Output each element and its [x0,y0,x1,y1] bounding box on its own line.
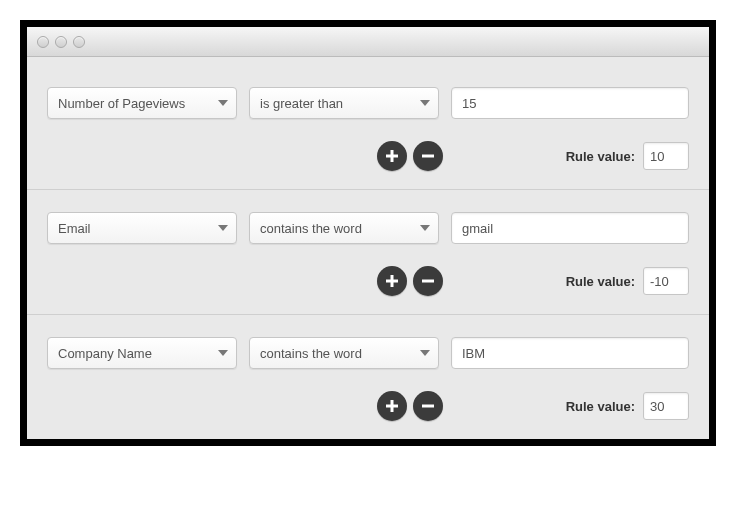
field-select[interactable]: Company Name [47,337,237,369]
chevron-down-icon [420,350,430,356]
zoom-window-button[interactable] [73,36,85,48]
add-remove-buttons [377,141,443,171]
rule-actions-row: Rule value: [47,141,689,171]
chevron-down-icon [218,350,228,356]
add-remove-buttons [377,391,443,421]
operator-select[interactable]: contains the word [249,212,439,244]
value-input[interactable] [451,212,689,244]
svg-rect-5 [422,280,434,283]
minus-icon [421,399,435,413]
operator-select-label: contains the word [260,346,362,361]
rule-value-group: Rule value: [566,142,689,170]
rule-condition-row: Number of Pageviews is greater than [47,87,689,119]
rule-value-group: Rule value: [566,392,689,420]
svg-rect-1 [386,155,398,158]
minus-icon [421,149,435,163]
rule-value-group: Rule value: [566,267,689,295]
close-window-button[interactable] [37,36,49,48]
add-rule-button[interactable] [377,141,407,171]
rule-block: Number of Pageviews is greater than [27,65,709,190]
rule-value-label: Rule value: [566,149,635,164]
remove-rule-button[interactable] [413,141,443,171]
rule-condition-row: Company Name contains the word [47,337,689,369]
operator-select-label: is greater than [260,96,343,111]
operator-select[interactable]: contains the word [249,337,439,369]
add-rule-button[interactable] [377,266,407,296]
svg-rect-7 [386,405,398,408]
add-remove-buttons [377,266,443,296]
rule-value-input[interactable] [643,392,689,420]
svg-rect-8 [422,405,434,408]
plus-icon [385,149,399,163]
operator-select[interactable]: is greater than [249,87,439,119]
value-input[interactable] [451,87,689,119]
minus-icon [421,274,435,288]
rule-value-label: Rule value: [566,274,635,289]
window-frame: Number of Pageviews is greater than [20,20,716,446]
plus-icon [385,274,399,288]
svg-rect-4 [386,280,398,283]
rule-block: Company Name contains the word [27,315,709,439]
field-select-label: Number of Pageviews [58,96,185,111]
value-input[interactable] [451,337,689,369]
rule-value-input[interactable] [643,142,689,170]
minimize-window-button[interactable] [55,36,67,48]
remove-rule-button[interactable] [413,391,443,421]
rule-value-label: Rule value: [566,399,635,414]
chevron-down-icon [420,100,430,106]
rule-block: Email contains the word [27,190,709,315]
rule-condition-row: Email contains the word [47,212,689,244]
field-select[interactable]: Number of Pageviews [47,87,237,119]
chevron-down-icon [420,225,430,231]
svg-rect-2 [422,155,434,158]
operator-select-label: contains the word [260,221,362,236]
field-select[interactable]: Email [47,212,237,244]
add-rule-button[interactable] [377,391,407,421]
rule-value-input[interactable] [643,267,689,295]
plus-icon [385,399,399,413]
field-select-label: Email [58,221,91,236]
rules-content: Number of Pageviews is greater than [27,57,709,439]
titlebar [27,27,709,57]
rule-actions-row: Rule value: [47,391,689,421]
chevron-down-icon [218,100,228,106]
chevron-down-icon [218,225,228,231]
field-select-label: Company Name [58,346,152,361]
rule-actions-row: Rule value: [47,266,689,296]
remove-rule-button[interactable] [413,266,443,296]
